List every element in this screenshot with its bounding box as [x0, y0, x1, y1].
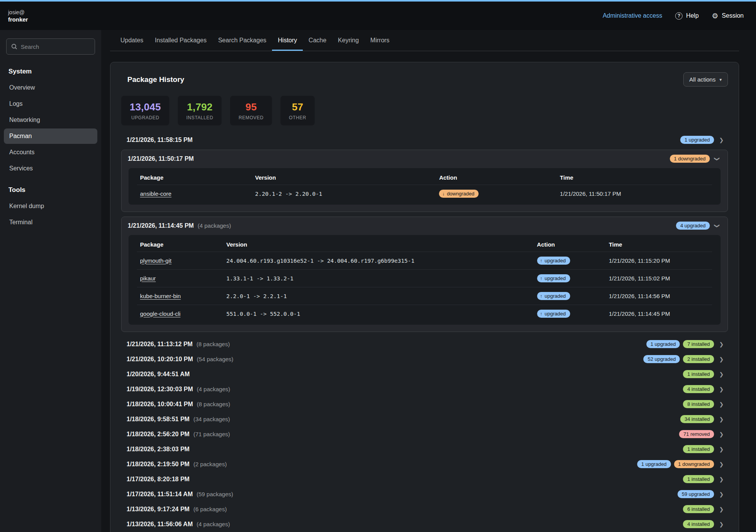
chevron-right-icon[interactable]: ❯: [718, 506, 725, 512]
sidebar-item-kernel-dump[interactable]: Kernel dump: [4, 198, 97, 214]
chevron-right-icon[interactable]: ❯: [718, 137, 725, 143]
tab-search-packages[interactable]: Search Packages: [212, 30, 272, 51]
package-link[interactable]: kube-burner-bin: [140, 293, 181, 299]
history-entry[interactable]: 1/13/2026, 9:17:24 PM (6 packages) 6 ins…: [121, 502, 728, 517]
entry-package-count: (71 packages): [194, 431, 230, 437]
history-entry-row[interactable]: 1/17/2026, 8:20:18 PM 1 installed ❯: [121, 472, 728, 487]
package-link[interactable]: ansible-core: [140, 190, 172, 197]
entry-packages-table: PackageVersionActionTime ansible-core2.2…: [129, 168, 721, 205]
all-actions-dropdown[interactable]: All actions ▾: [683, 72, 728, 87]
upgraded-count-badge: 1 upgraded: [637, 460, 671, 468]
chevron-right-icon[interactable]: ❯: [718, 356, 725, 362]
entry-package-count: (4 packages): [198, 222, 231, 229]
chevron-right-icon[interactable]: ❯: [718, 416, 725, 422]
chevron-right-icon[interactable]: ❯: [718, 446, 725, 452]
package-cell: ansible-core: [137, 185, 252, 203]
history-entry-row[interactable]: 1/13/2026, 11:56:06 AM (4 packages) 4 in…: [121, 517, 728, 532]
host-switcher[interactable]: josie@ fronker: [8, 9, 28, 23]
tab-installed-packages[interactable]: Installed Packages: [149, 30, 212, 51]
sidebar-item-label: Accounts: [9, 149, 35, 155]
sidebar-item-label: Services: [9, 165, 33, 172]
entry-badges: 1 installed: [683, 370, 714, 378]
chevron-right-icon[interactable]: ❯: [718, 461, 725, 467]
history-entry-row[interactable]: 1/21/2026, 11:14:45 PM (4 packages) 4 up…: [122, 217, 728, 234]
help-menu[interactable]: ? Help: [675, 12, 699, 20]
sidebar-item-services[interactable]: Services: [4, 161, 97, 176]
entry-timestamp: 1/21/2026, 11:50:17 PM: [128, 155, 194, 162]
history-entry-row[interactable]: 1/18/2026, 2:56:20 PM (71 packages) 71 r…: [121, 427, 728, 442]
package-link[interactable]: google-cloud-cli: [140, 310, 180, 317]
downgraded-count-badge: 1 downgraded: [674, 460, 714, 468]
tab-history[interactable]: History: [272, 30, 303, 51]
sidebar-item-logs[interactable]: Logs: [4, 96, 97, 112]
history-entry-row[interactable]: 1/20/2026, 9:44:51 AM 1 installed ❯: [121, 367, 728, 382]
action-badge-upgraded: ↑upgraded: [537, 257, 570, 265]
sidebar-item-terminal[interactable]: Terminal: [4, 215, 97, 230]
chevron-right-icon[interactable]: ❯: [718, 431, 725, 437]
chevron-down-icon[interactable]: ❯: [714, 222, 720, 229]
history-entry[interactable]: 1/21/2026, 11:14:45 PM (4 packages) 4 up…: [121, 217, 728, 332]
history-entry[interactable]: 1/21/2026, 10:20:10 PM (54 packages) 52 …: [121, 352, 728, 367]
sidebar-section: Tools Kernel dump Terminal: [0, 182, 101, 230]
chevron-right-icon[interactable]: ❯: [718, 371, 725, 377]
masthead: josie@ fronker Administrative access ? H…: [0, 2, 756, 30]
downgraded-count-badge: 1 downgraded: [670, 155, 710, 163]
history-entry[interactable]: 1/18/2026, 2:19:50 PM (2 packages) 1 upg…: [121, 457, 728, 472]
history-entry[interactable]: 1/20/2026, 9:44:51 AM 1 installed ❯: [121, 367, 728, 382]
package-link[interactable]: pikaur: [140, 275, 156, 282]
history-entry-row[interactable]: 1/19/2026, 12:30:03 PM (4 packages) 4 in…: [121, 382, 728, 397]
session-menu[interactable]: ⚙ Session: [712, 12, 744, 20]
chevron-right-icon[interactable]: ❯: [718, 341, 725, 347]
sidebar-navigation: System Overview Logs Networking Pacman A…: [0, 63, 101, 230]
sidebar-item-pacman[interactable]: Pacman: [4, 128, 97, 144]
sidebar-item-accounts[interactable]: Accounts: [4, 145, 97, 160]
sidebar-section: System Overview Logs Networking Pacman A…: [0, 63, 101, 176]
history-entry[interactable]: 1/21/2026, 11:50:17 PM 1 downgraded ❯ Pa…: [121, 150, 728, 212]
chevron-right-icon[interactable]: ❯: [718, 386, 725, 392]
history-entry[interactable]: 1/17/2026, 11:51:14 AM (59 packages) 59 …: [121, 487, 728, 502]
history-entry[interactable]: 1/18/2026, 2:56:20 PM (71 packages) 71 r…: [121, 427, 728, 442]
package-row: plymouth-git24.004.60.r193.g10316e52-1 -…: [137, 252, 712, 270]
tab-mirrors[interactable]: Mirrors: [365, 30, 396, 51]
history-entry[interactable]: 1/19/2026, 12:30:03 PM (4 packages) 4 in…: [121, 382, 728, 397]
action-cell: ↑upgraded: [534, 252, 606, 270]
entry-timestamp: 1/19/2026, 12:30:03 PM: [127, 386, 193, 393]
sidebar-search[interactable]: [6, 38, 95, 55]
sidebar-item-overview[interactable]: Overview: [4, 80, 97, 95]
history-entry-row[interactable]: 1/21/2026, 10:20:10 PM (54 packages) 52 …: [121, 352, 728, 367]
history-entry[interactable]: 1/21/2026, 11:58:15 PM 1 upgraded ❯: [121, 132, 728, 147]
upgraded-count-badge: 59 upgraded: [678, 490, 714, 498]
history-entry[interactable]: 1/18/2026, 10:00:41 PM (8 packages) 8 in…: [121, 397, 728, 412]
chevron-right-icon[interactable]: ❯: [718, 491, 725, 497]
entry-package-count: (8 packages): [197, 401, 230, 407]
history-entry[interactable]: 1/21/2026, 11:13:12 PM (8 packages) 1 up…: [121, 337, 728, 352]
history-entry[interactable]: 1/18/2026, 9:58:51 PM (34 packages) 34 i…: [121, 412, 728, 427]
chevron-right-icon[interactable]: ❯: [718, 401, 725, 407]
chevron-down-icon[interactable]: ❯: [714, 155, 720, 162]
sidebar-item-networking[interactable]: Networking: [4, 112, 97, 128]
administrative-access-link[interactable]: Administrative access: [602, 12, 662, 19]
history-entry[interactable]: 1/18/2026, 2:38:03 PM 1 installed ❯: [121, 442, 728, 457]
search-input[interactable]: [21, 43, 90, 50]
history-entry[interactable]: 1/13/2026, 11:56:06 AM (4 packages) 4 in…: [121, 517, 728, 532]
sidebar-item-label: Networking: [9, 117, 40, 123]
history-entry[interactable]: 1/17/2026, 8:20:18 PM 1 installed ❯: [121, 472, 728, 487]
history-entry-row[interactable]: 1/17/2026, 11:51:14 AM (59 packages) 59 …: [121, 487, 728, 502]
history-entry-row[interactable]: 1/21/2026, 11:50:17 PM 1 downgraded ❯: [122, 150, 728, 167]
help-icon: ?: [675, 12, 683, 20]
history-entry-row[interactable]: 1/18/2026, 2:19:50 PM (2 packages) 1 upg…: [121, 457, 728, 472]
tab-cache[interactable]: Cache: [303, 30, 332, 51]
history-entry-row[interactable]: 1/18/2026, 9:58:51 PM (34 packages) 34 i…: [121, 412, 728, 427]
chevron-right-icon[interactable]: ❯: [718, 521, 725, 527]
history-entry-row[interactable]: 1/21/2026, 11:58:15 PM 1 upgraded ❯: [121, 132, 728, 147]
chevron-right-icon[interactable]: ❯: [718, 476, 725, 482]
stat-other: 57 OTHER: [280, 96, 315, 125]
history-entry-row[interactable]: 1/18/2026, 10:00:41 PM (8 packages) 8 in…: [121, 397, 728, 412]
tab-updates[interactable]: Updates: [115, 30, 149, 51]
entry-package-count: (54 packages): [197, 356, 234, 362]
history-entry-row[interactable]: 1/13/2026, 9:17:24 PM (6 packages) 6 ins…: [121, 502, 728, 517]
history-entry-row[interactable]: 1/18/2026, 2:38:03 PM 1 installed ❯: [121, 442, 728, 457]
package-link[interactable]: plymouth-git: [140, 257, 172, 264]
tab-keyring[interactable]: Keyring: [332, 30, 364, 51]
history-entry-row[interactable]: 1/21/2026, 11:13:12 PM (8 packages) 1 up…: [121, 337, 728, 352]
